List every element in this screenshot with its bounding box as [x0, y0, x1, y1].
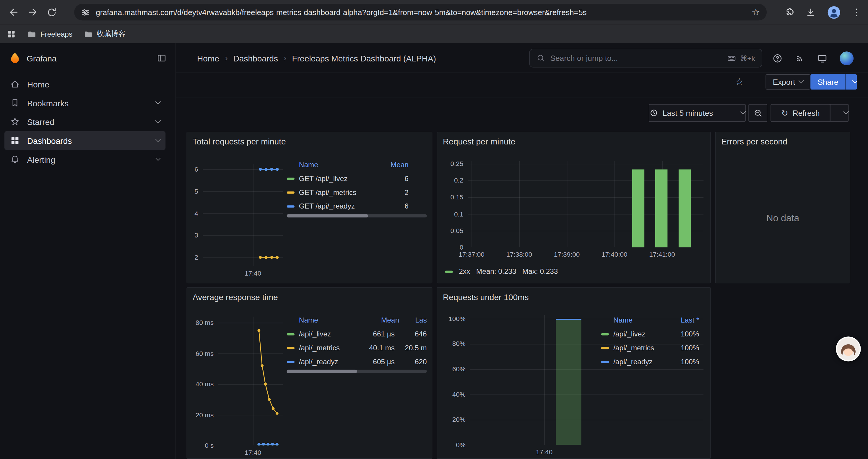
site-settings-icon[interactable]: [81, 7, 90, 17]
axis-tick-label: 2: [176, 254, 198, 261]
axis-tick-label: 100%: [441, 315, 465, 323]
chevron-down-icon[interactable]: [155, 155, 161, 161]
legend-row[interactable]: /api/_readyz 605 µs 620: [287, 355, 427, 369]
legend-scrollbar[interactable]: [287, 214, 427, 218]
legend-col-last[interactable]: Las: [399, 316, 427, 324]
legend-row[interactable]: /api/_livez 100%: [601, 327, 699, 341]
sidebar-collapse-icon[interactable]: [157, 53, 167, 63]
legend-col-mean[interactable]: Mean: [386, 160, 409, 168]
downloads-icon[interactable]: [805, 7, 816, 18]
chevron-down-icon[interactable]: [155, 136, 161, 142]
axis-tick-label: 17:40: [522, 448, 566, 456]
dashboard-actions-bar: ☆ Export Share: [176, 73, 868, 97]
series-last: 100%: [673, 357, 699, 366]
panel-title[interactable]: Total requests per minute: [193, 137, 286, 146]
help-icon[interactable]: [772, 53, 783, 64]
browser-menu-icon[interactable]: ⋮: [852, 7, 862, 17]
legend-col-name[interactable]: Name: [299, 160, 386, 168]
profile-avatar[interactable]: [827, 5, 841, 19]
legend-row[interactable]: /api/_livez 661 µs 646: [287, 327, 427, 341]
legend-row[interactable]: /api/_metrics 40.1 ms 20.5 m: [287, 341, 427, 355]
axis-tick-label: 40%: [441, 391, 465, 398]
bookmark-star-icon[interactable]: ☆: [752, 7, 760, 17]
axis-tick-label: 17:40: [231, 270, 275, 277]
url-input[interactable]: [96, 8, 746, 17]
panel-title[interactable]: Requests under 100ms: [443, 292, 529, 302]
chevron-down-icon[interactable]: [155, 99, 161, 104]
series-last: 100%: [673, 330, 699, 338]
panel-request-per-minute: Request per minute 2xx Mean: 0.233 Max: …: [437, 132, 711, 283]
monitor-icon[interactable]: [817, 53, 828, 64]
panel-title[interactable]: Request per minute: [443, 137, 515, 146]
time-range-picker[interactable]: Last 5 minutes: [649, 104, 746, 122]
legend-col-last[interactable]: Last *: [673, 316, 699, 324]
axis-tick-label: 40 ms: [189, 380, 214, 388]
axis-tick-label: 0.1: [439, 210, 463, 218]
legend-col-name[interactable]: Name: [299, 316, 365, 324]
user-avatar[interactable]: [840, 51, 854, 65]
chart-plot[interactable]: [468, 161, 704, 247]
series-swatch: [287, 177, 294, 179]
breadcrumb-dashboards[interactable]: Dashboards: [233, 54, 278, 63]
url-bar[interactable]: ☆: [74, 4, 767, 21]
chart-plot[interactable]: [218, 317, 283, 446]
legend-row[interactable]: GET /api/_readyz 6: [287, 199, 409, 213]
sidebar-item-bookmarks[interactable]: Bookmarks: [4, 94, 165, 112]
search-input[interactable]: [550, 54, 722, 63]
back-button[interactable]: [4, 3, 23, 22]
legend-row[interactable]: /api/_readyz 100%: [601, 355, 699, 369]
chart-svg: [218, 317, 283, 446]
legend-row[interactable]: GET /api/_metrics 2: [287, 186, 409, 199]
legend-col-name[interactable]: Name: [613, 316, 673, 324]
apps-grid-icon[interactable]: [6, 29, 16, 38]
legend-header: Name Mean Las: [287, 313, 427, 327]
share-menu-button[interactable]: [845, 74, 857, 90]
chevron-down-icon[interactable]: [155, 118, 161, 123]
breadcrumb-separator-icon: ›: [225, 53, 228, 63]
panel-average-response-time: Average response time Name Mean Las /api…: [186, 287, 432, 459]
bookmark-folder-freeleaps[interactable]: Freeleaps: [27, 29, 72, 38]
forward-button[interactable]: [23, 3, 42, 22]
back-icon: [8, 6, 19, 18]
sidebar-item-alerting[interactable]: Alerting: [4, 150, 165, 169]
extensions-icon[interactable]: [784, 7, 795, 18]
floating-avatar[interactable]: [836, 336, 861, 361]
grafana-logo[interactable]: [9, 52, 21, 64]
series-name: GET /api/_metrics: [299, 188, 356, 196]
series-swatch: [601, 333, 609, 335]
axis-tick-label: 0.25: [439, 160, 463, 167]
chevron-down-icon: [843, 109, 849, 114]
legend-inline[interactable]: 2xx Mean: 0.233 Max: 0.233: [445, 267, 558, 275]
browser-toolbar: ☆ ⋮: [0, 0, 868, 24]
axis-tick-label: 17:37:00: [450, 251, 494, 258]
breadcrumb-home[interactable]: Home: [197, 54, 219, 63]
bookmark-label: 收藏博客: [97, 29, 126, 39]
refresh-button[interactable]: ↻ Refresh: [771, 104, 830, 122]
bookmark-folder-blogs[interactable]: 收藏博客: [84, 29, 126, 39]
refresh-interval-button[interactable]: [830, 104, 849, 122]
sidebar-item-starred[interactable]: Starred: [4, 112, 165, 131]
export-button[interactable]: Export: [766, 74, 811, 90]
panel-title[interactable]: Errors per second: [721, 137, 787, 146]
axis-tick-label: 80 ms: [189, 319, 214, 326]
axis-tick-label: 60 ms: [189, 350, 214, 357]
legend-scrollbar[interactable]: [287, 370, 427, 373]
share-button[interactable]: Share: [810, 74, 845, 90]
sidebar-item-dashboards[interactable]: Dashboards: [4, 131, 165, 150]
chevron-down-icon: [852, 78, 857, 83]
header-icons: [772, 43, 854, 73]
chart-plot[interactable]: [203, 164, 283, 266]
reload-button[interactable]: [42, 3, 61, 22]
sidebar-item-home[interactable]: Home: [4, 75, 165, 94]
panel-title[interactable]: Average response time: [193, 292, 278, 302]
favorite-star-icon[interactable]: ☆: [735, 77, 744, 86]
news-rss-icon[interactable]: [795, 53, 805, 63]
legend-row[interactable]: GET /api/_livez 6: [287, 172, 409, 186]
search-box[interactable]: ⌘+k: [529, 49, 762, 68]
axis-tick-label: 0.05: [439, 227, 463, 234]
search-shortcut: ⌘+k: [727, 54, 755, 63]
legend-row[interactable]: /api/_metrics 100%: [601, 341, 699, 355]
legend-col-mean[interactable]: Mean: [365, 316, 399, 324]
series-mean: Mean: 0.233: [476, 267, 516, 275]
zoom-out-button[interactable]: [748, 104, 767, 122]
